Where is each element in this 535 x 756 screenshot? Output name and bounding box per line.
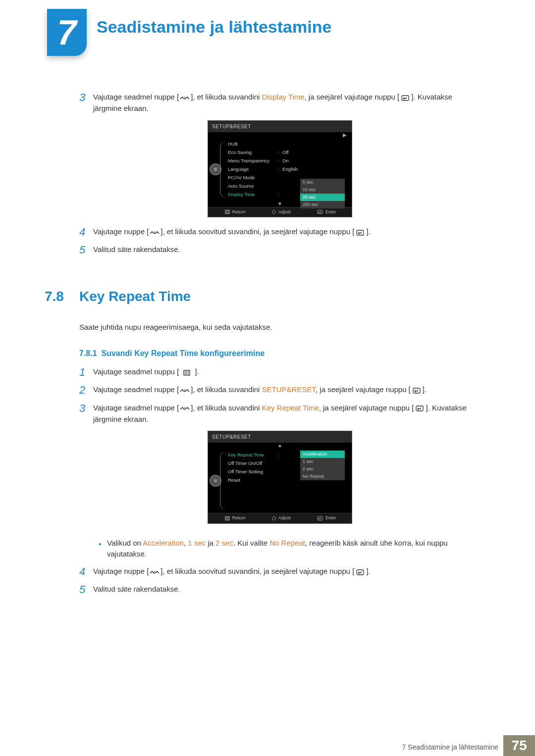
text: Valitud säte rakendatakse. [93, 244, 481, 256]
text: Vajutage seadmel nuppe [ [93, 385, 179, 394]
text: , ja seejärel vajutage nuppu [ [304, 93, 399, 101]
chapter-number-tab: 7 [47, 9, 87, 56]
text: Vajutage seadmel nuppu [ [93, 367, 181, 376]
osd-option: Acceleration [300, 451, 345, 458]
updown-icon [179, 403, 191, 414]
osd-enter: Enter [316, 515, 336, 522]
text: Valikud on [107, 539, 143, 547]
text: Vajutage nuppe [ [93, 227, 149, 236]
bracket-decoration [220, 452, 226, 510]
text: ], et liikuda suvandini [191, 385, 262, 394]
updown-icon [179, 92, 191, 103]
gear-icon [212, 165, 219, 173]
text: ], et liikuda soovitud suvandini, ja see… [160, 567, 354, 575]
osd-menu-row: HUB [228, 140, 349, 149]
updown-icon [179, 385, 191, 396]
osd-adjust: Adjust [271, 515, 291, 522]
osd-menu-label: Key Repeat Time [228, 452, 277, 458]
osd-menu-label: Language [228, 166, 277, 173]
step-4b: 4 Vajutage nuppe [], et liikuda soovitud… [79, 566, 481, 578]
text: . Kui valite [233, 539, 269, 547]
osd-menu-label: Off Timer On/Off [228, 460, 277, 467]
text: Vajutage seadmel nuppe [ [93, 93, 179, 101]
text: ja [206, 539, 215, 547]
osd-screenshot-display-time: SETUP&RESET ▶ HUBEco Saving:OffMenu Tran… [208, 120, 352, 218]
osd-menu-label: Eco Saving [228, 149, 277, 156]
text: , [184, 539, 188, 547]
step-3b: 3 Vajutage seadmel nuppe [], et liikuda … [79, 403, 481, 425]
highlight-term: 2 sec [215, 539, 233, 547]
highlight-term: No Repeat [269, 539, 305, 547]
step-number: 3 [79, 403, 93, 425]
step-number: 4 [79, 226, 93, 238]
arrow-right-icon: ▶ [208, 132, 352, 138]
step-number: 4 [79, 566, 93, 578]
osd-adjust: Adjust [271, 209, 291, 216]
step-4: 4 Vajutage nuppe [], et liikuda soovitud… [79, 226, 481, 238]
step-number: 1 [79, 366, 93, 378]
osd-enter: Enter [316, 209, 336, 216]
step-2: 2 Vajutage seadmel nuppe [], et liikuda … [79, 384, 481, 396]
text: ]. [423, 385, 427, 394]
osd-option: 10 sec [300, 186, 345, 194]
subsection-number: 7.8.1 [79, 349, 97, 357]
osd-option: 200 sec [300, 201, 345, 208]
osd-menu-row: Language:English [228, 165, 349, 174]
osd-option: 20 sec [300, 194, 345, 201]
highlight-term: Display Time [262, 93, 305, 101]
step-number: 2 [79, 384, 93, 396]
osd-menu-label: Reset [228, 477, 277, 484]
osd-option: 1 sec [300, 458, 345, 465]
osd-return: Return [224, 209, 246, 216]
osd-screenshot-key-repeat: SETUP&RESET ▲ Key Repeat Time:Off Timer … [208, 431, 352, 524]
step-number: 5 [79, 584, 93, 596]
highlight-term: Key Repeat Time [262, 403, 319, 412]
osd-option: 5 sec [300, 179, 345, 186]
osd-menu-value: On [282, 157, 349, 164]
osd-menu-label: Menu Transparency [228, 157, 277, 164]
step-5b: 5 Valitud säte rakendatakse. [79, 584, 481, 596]
updown-icon [149, 566, 160, 578]
osd-menu-value: Off [282, 149, 349, 156]
osd-option: 2 sec [300, 465, 345, 473]
text: ], et liikuda suvandini [191, 403, 262, 412]
step-number: 3 [79, 92, 93, 114]
text: , ja seejärel vajutage nuppu [ [316, 385, 411, 394]
osd-title: SETUP&RESET [208, 431, 352, 443]
highlight-term: SETUP&RESET [262, 385, 316, 394]
enter-icon [354, 566, 366, 578]
menu-icon [181, 367, 193, 378]
text: ], et liikuda soovitud suvandini, ja see… [160, 227, 354, 236]
osd-menu-label: HUB [228, 141, 277, 148]
chapter-title: Seadistamine ja lähtestamine [97, 17, 331, 37]
highlight-term: Acceleration [143, 539, 184, 547]
osd-menu-row: Eco Saving:Off [228, 149, 349, 157]
text: Vajutage nuppe [ [93, 567, 149, 575]
text: , ja seejärel vajutage nuppu [ [319, 403, 414, 412]
text: ]. [366, 227, 370, 236]
bracket-decoration [220, 141, 226, 198]
footer-chapter-ref: 7 Seadistamine ja lähtestamine [402, 743, 498, 751]
step-5: 5 Valitud säte rakendatakse. [79, 244, 481, 256]
updown-icon [149, 227, 160, 238]
highlight-term: 1 sec [188, 539, 206, 547]
text: ]. [366, 567, 370, 575]
osd-return: Return [224, 515, 246, 522]
section-heading: 7.8 Key Repeat Time [45, 286, 481, 307]
text: Valitud säte rakendatakse. [93, 584, 481, 596]
osd-title: SETUP&RESET [208, 121, 352, 132]
enter-icon [411, 385, 423, 396]
section-title: Key Repeat Time [79, 286, 191, 307]
text: ], et liikuda suvandini [191, 93, 262, 101]
options-note: ● Valikud on Acceleration, 1 sec ja 2 se… [79, 533, 481, 560]
osd-menu-row: Menu Transparency:On [228, 157, 349, 165]
osd-option: No Repeat [300, 473, 345, 480]
subsection-title: Suvandi Key Repeat Time konfigureerimine [101, 349, 265, 357]
page-number: 75 [503, 735, 535, 756]
enter-icon [414, 403, 426, 414]
step-number: 5 [79, 244, 93, 256]
bullet-icon: ● [93, 538, 107, 560]
enter-icon [354, 227, 366, 238]
section-number: 7.8 [45, 286, 79, 307]
section-intro: Saate juhtida nupu reageerimisaega, kui … [79, 322, 481, 333]
